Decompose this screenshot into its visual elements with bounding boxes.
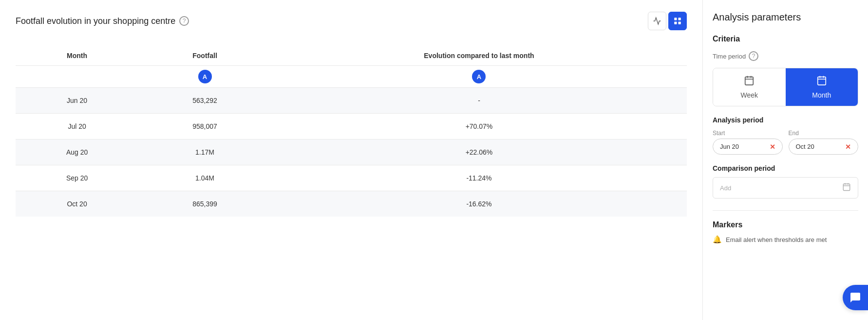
table-view-button[interactable] xyxy=(668,12,687,30)
svg-rect-1 xyxy=(679,18,681,20)
markers-title: Markers xyxy=(713,220,858,229)
analysis-period-label: Analysis period xyxy=(713,116,858,124)
start-label: Start xyxy=(713,130,783,137)
svg-rect-3 xyxy=(679,22,681,24)
cell-evolution: -16.62% xyxy=(271,191,687,217)
start-date-value: Jun 20 xyxy=(720,143,739,150)
end-date-pill[interactable]: Oct 20 ✕ xyxy=(789,139,859,155)
page-title: Footfall evolution in your shopping cent… xyxy=(16,16,175,26)
criteria-section-title: Criteria xyxy=(713,35,858,43)
cell-month: Oct 20 xyxy=(16,191,138,217)
sidebar: Analysis parameters Criteria Time period… xyxy=(702,0,868,320)
email-alert-row: 🔔 Email alert when thresholds are met xyxy=(713,235,858,244)
cell-footfall: 563,292 xyxy=(138,88,271,114)
table-row: Oct 20 865,399 -16.62% xyxy=(16,191,687,217)
evolution-badge: A xyxy=(472,70,486,83)
svg-rect-12 xyxy=(843,184,850,191)
month-calendar-icon xyxy=(816,75,827,88)
time-period-help-icon[interactable]: ? xyxy=(749,51,758,61)
comparison-period-label: Comparison period xyxy=(713,164,858,172)
date-range-row: Start Jun 20 ✕ End Oct 20 ✕ xyxy=(713,130,858,155)
week-label: Week xyxy=(740,91,758,99)
period-toggle: Week Month xyxy=(713,68,858,106)
title-row: Footfall evolution in your shopping cent… xyxy=(16,16,189,26)
help-icon[interactable]: ? xyxy=(179,16,189,26)
bell-icon: 🔔 xyxy=(713,235,722,244)
cell-footfall: 958,007 xyxy=(138,114,271,140)
col-footfall: Footfall xyxy=(138,46,271,66)
end-date-group: End Oct 20 ✕ xyxy=(789,130,859,155)
comparison-calendar-icon xyxy=(842,182,851,193)
svg-rect-4 xyxy=(745,77,754,85)
time-period-label: Time period ? xyxy=(713,51,858,61)
week-button[interactable]: Week xyxy=(713,68,786,106)
week-calendar-icon xyxy=(744,75,755,88)
cell-footfall: 1.17M xyxy=(138,140,271,165)
end-date-value: Oct 20 xyxy=(796,143,814,150)
view-toggle xyxy=(648,12,687,30)
month-button[interactable]: Month xyxy=(786,68,858,106)
table-row: Sep 20 1.04M -11.24% xyxy=(16,165,687,191)
start-date-pill[interactable]: Jun 20 ✕ xyxy=(713,139,783,155)
cell-month: Aug 20 xyxy=(16,140,138,165)
chart-view-button[interactable] xyxy=(648,12,666,30)
cell-month: Jul 20 xyxy=(16,114,138,140)
table-header-row: Month Footfall Evolution compared to las… xyxy=(16,46,687,66)
chat-button[interactable] xyxy=(843,285,868,310)
svg-rect-0 xyxy=(674,18,677,20)
main-panel: Footfall evolution in your shopping cent… xyxy=(0,0,702,320)
month-label: Month xyxy=(812,91,831,99)
cell-month: Sep 20 xyxy=(16,165,138,191)
cell-evolution: - xyxy=(271,88,687,114)
cell-footfall: 865,399 xyxy=(138,191,271,217)
svg-rect-8 xyxy=(818,77,826,85)
start-clear-button[interactable]: ✕ xyxy=(770,143,775,150)
cell-footfall: 1.04M xyxy=(138,165,271,191)
data-table: Month Footfall Evolution compared to las… xyxy=(16,46,687,217)
divider xyxy=(713,210,858,211)
cell-evolution: +70.07% xyxy=(271,114,687,140)
col-evolution: Evolution compared to last month xyxy=(271,46,687,66)
cell-month: Jun 20 xyxy=(16,88,138,114)
svg-rect-2 xyxy=(674,22,677,24)
table-row: Aug 20 1.17M +22.06% xyxy=(16,140,687,165)
end-label: End xyxy=(789,130,859,137)
comparison-add-input[interactable]: Add xyxy=(713,177,858,199)
panel-header: Footfall evolution in your shopping cent… xyxy=(16,12,687,30)
col-month: Month xyxy=(16,46,138,66)
cell-evolution: +22.06% xyxy=(271,140,687,165)
sidebar-title: Analysis parameters xyxy=(713,12,858,23)
footfall-badge: A xyxy=(198,70,212,83)
table-row: Jul 20 958,007 +70.07% xyxy=(16,114,687,140)
table-row: Jun 20 563,292 - xyxy=(16,88,687,114)
cell-evolution: -11.24% xyxy=(271,165,687,191)
email-alert-text: Email alert when thresholds are met xyxy=(726,236,827,243)
badge-row: A A xyxy=(16,66,687,88)
start-date-group: Start Jun 20 ✕ xyxy=(713,130,783,155)
add-placeholder: Add xyxy=(720,184,731,192)
end-clear-button[interactable]: ✕ xyxy=(845,143,851,150)
